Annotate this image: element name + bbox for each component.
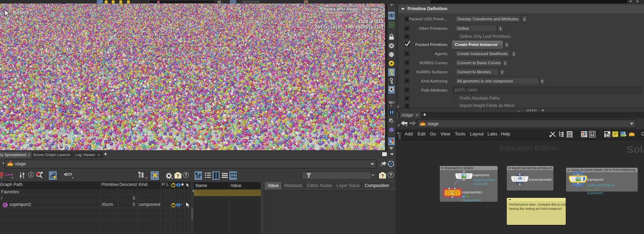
svg-text:?: ?: [381, 174, 384, 179]
svg-text:?: ?: [177, 174, 179, 179]
svg-text:TRS: TRS: [230, 175, 237, 179]
